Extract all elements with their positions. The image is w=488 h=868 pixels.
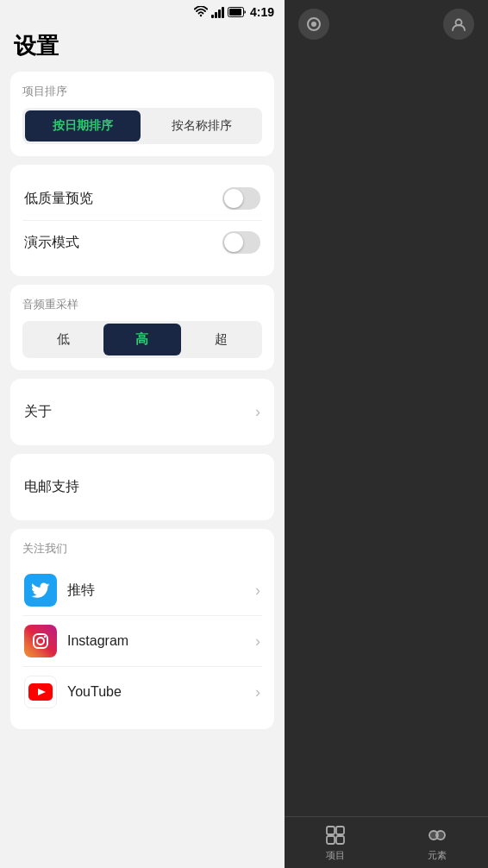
toggles-section: 低质量预览 演示模式 <box>10 165 274 276</box>
youtube-item[interactable]: YouTube › <box>22 666 262 717</box>
left-panel: 4:19 设置 项目排序 按日期排序 按名称排序 低质量预览 演示模式 音频重采… <box>0 0 285 868</box>
status-bar: 4:19 <box>0 0 285 24</box>
low-quality-row: 低质量预览 <box>22 177 262 220</box>
youtube-chevron: › <box>255 683 260 701</box>
instagram-label: Instagram <box>67 633 255 649</box>
resample-high-button[interactable]: 高 <box>103 324 180 355</box>
sort-section: 项目排序 按日期排序 按名称排序 <box>10 72 274 156</box>
twitter-chevron: › <box>255 582 260 600</box>
right-panel: 项目 元素 <box>285 0 488 868</box>
twitter-label: 推特 <box>67 582 255 600</box>
svg-point-8 <box>311 22 316 27</box>
svg-rect-11 <box>336 827 344 834</box>
sort-section-label: 项目排序 <box>22 84 262 99</box>
status-time: 4:19 <box>250 5 274 19</box>
nav-projects-label: 项目 <box>326 849 345 862</box>
follow-section-label: 关注我们 <box>22 541 262 557</box>
svg-point-3 <box>37 638 44 645</box>
low-quality-label: 低质量预览 <box>24 190 93 208</box>
resample-section: 音频重采样 低 高 超 <box>10 285 274 370</box>
email-section[interactable]: 电邮支持 <box>10 454 274 520</box>
about-row[interactable]: 关于 › <box>22 391 262 433</box>
about-section[interactable]: 关于 › <box>10 379 274 445</box>
email-label: 电邮支持 <box>24 478 79 496</box>
page-title: 设置 <box>0 24 285 72</box>
twitter-item[interactable]: 推特 › <box>22 565 262 615</box>
sort-buttons: 按日期排序 按名称排序 <box>22 108 262 144</box>
about-label: 关于 <box>24 403 52 421</box>
wifi-icon <box>194 6 208 18</box>
about-chevron: › <box>255 403 260 421</box>
youtube-icon <box>24 676 57 708</box>
demo-mode-label: 演示模式 <box>24 234 79 252</box>
resample-buttons: 低 高 超 <box>22 321 262 358</box>
svg-point-4 <box>44 636 46 638</box>
right-top-icons <box>285 0 488 48</box>
svg-rect-1 <box>229 9 241 16</box>
nav-elements[interactable]: 元素 <box>426 824 448 862</box>
demo-mode-row: 演示模式 <box>22 220 262 264</box>
sort-by-date-button[interactable]: 按日期排序 <box>25 110 141 142</box>
sort-by-name-button[interactable]: 按名称排序 <box>144 110 260 142</box>
right-sound-icon[interactable] <box>298 9 329 40</box>
nav-elements-label: 元素 <box>428 849 447 862</box>
status-icons: 4:19 <box>194 5 274 19</box>
email-row[interactable]: 电邮支持 <box>22 466 262 508</box>
resample-super-button[interactable]: 超 <box>183 324 260 355</box>
resample-low-button[interactable]: 低 <box>25 324 102 355</box>
demo-mode-toggle[interactable] <box>222 231 260 254</box>
right-profile-icon[interactable] <box>443 9 474 40</box>
svg-point-15 <box>436 831 445 840</box>
nav-projects[interactable]: 项目 <box>324 824 347 862</box>
youtube-label: YouTube <box>67 684 255 700</box>
svg-rect-12 <box>327 836 335 844</box>
instagram-chevron: › <box>255 632 260 651</box>
battery-icon <box>228 7 247 17</box>
resample-label: 音频重采样 <box>22 297 262 312</box>
bottom-nav: 项目 元素 <box>285 816 488 868</box>
low-quality-toggle[interactable] <box>222 187 260 210</box>
instagram-item[interactable]: Instagram › <box>22 615 262 666</box>
instagram-icon <box>24 625 57 657</box>
svg-rect-10 <box>327 827 335 834</box>
follow-section: 关注我们 推特 › Instagram › <box>10 529 274 729</box>
signal-icon <box>211 6 224 18</box>
svg-rect-13 <box>336 836 344 844</box>
projects-icon <box>324 824 347 846</box>
elements-icon <box>426 824 448 846</box>
twitter-icon <box>24 574 57 607</box>
